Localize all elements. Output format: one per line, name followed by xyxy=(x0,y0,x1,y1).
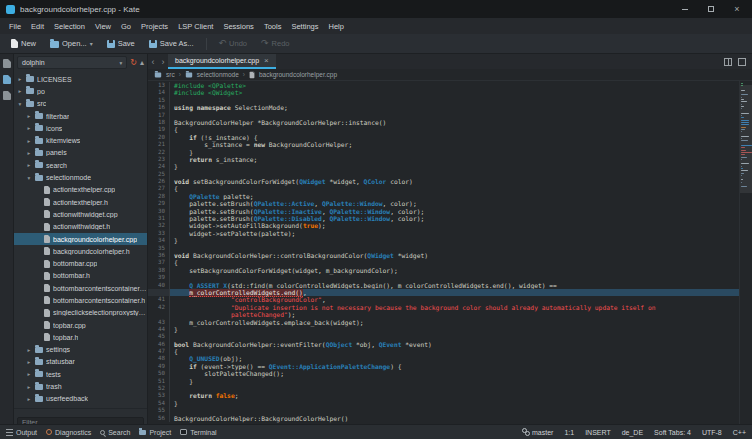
code-line[interactable]: 42 "Duplicate insertion is not necessary… xyxy=(148,304,739,311)
titlebar[interactable]: backgroundcolorhelper.cpp - Kate × xyxy=(0,0,752,18)
code-line[interactable]: 51 } xyxy=(148,378,739,385)
tree-item-tests[interactable]: ▸tests xyxy=(14,368,147,380)
code-line[interactable]: 24} xyxy=(148,163,739,170)
expand-icon[interactable]: ▸ xyxy=(26,371,32,377)
tree-item-search[interactable]: ▸search xyxy=(14,159,147,171)
expand-icon[interactable]: ▸ xyxy=(26,384,32,390)
expand-icon[interactable]: ▸ xyxy=(17,88,23,94)
code-line[interactable]: 29 palette.setBrush(QPalette::Active, QP… xyxy=(148,200,739,207)
expand-icon[interactable]: ▸ xyxy=(26,396,32,402)
tree-item-src[interactable]: ▾src xyxy=(14,98,147,110)
tree-item-userfeedback[interactable]: ▸userfeedback xyxy=(14,393,147,405)
status-utf-8[interactable]: UTF-8 xyxy=(702,429,722,436)
code-line[interactable]: 28 QPalette palette; xyxy=(148,193,739,200)
code-line[interactable]: 56BackgroundColorHelper::BackgroundColor… xyxy=(148,415,739,422)
expand-icon[interactable]: ▸ xyxy=(26,347,32,353)
breadcrumb-item-src[interactable]: src xyxy=(166,71,175,78)
tree-item-backgroundcolorhelper-cpp[interactable]: backgroundcolorhelper.cpp xyxy=(14,233,147,245)
save-button[interactable]: Save xyxy=(102,37,140,50)
documents-toolview-icon[interactable] xyxy=(3,59,11,68)
code-line[interactable]: 27{ xyxy=(148,185,739,192)
code-line[interactable]: 50 slotPaletteChanged(); xyxy=(148,370,739,377)
status-c-[interactable]: C++ xyxy=(733,429,746,436)
code-line[interactable]: 36void BackgroundColorHelper::controlBac… xyxy=(148,252,739,259)
tree-item-actiontexthelper-cpp[interactable]: actiontexthelper.cpp xyxy=(14,184,147,196)
tree-item-actionwithwidget-cpp[interactable]: actionwithwidget.cpp xyxy=(14,208,147,220)
menu-item-go[interactable]: Go xyxy=(116,20,136,33)
code-line[interactable]: 26void setBackgroundColorForWidget(QWidg… xyxy=(148,178,739,185)
documents-list-icon[interactable] xyxy=(738,58,746,66)
expand-icon[interactable]: ▸ xyxy=(26,150,32,156)
menu-item-view[interactable]: View xyxy=(90,20,116,33)
code-line[interactable]: 13#include <QPalette> xyxy=(148,82,739,89)
menu-item-selection[interactable]: Selection xyxy=(49,20,90,33)
undo-button[interactable]: ↶ Undo xyxy=(214,37,252,50)
tree-item-icons[interactable]: ▸icons xyxy=(14,122,147,134)
tree-item-actiontexthelper-h[interactable]: actiontexthelper.h xyxy=(14,196,147,208)
tree-item-bottombarcontentscontainer-cpp[interactable]: bottombarcontentscontainer.cpp xyxy=(14,282,147,294)
code-line[interactable]: 44} xyxy=(148,326,739,333)
tree-item-panels[interactable]: ▸panels xyxy=(14,147,147,159)
status-1-1[interactable]: 1:1 xyxy=(564,429,574,436)
tab-close-icon[interactable]: × xyxy=(264,56,269,65)
status-de-de[interactable]: de_DE xyxy=(622,429,643,436)
code-line[interactable]: 46bool BackgroundColorHelper::eventFilte… xyxy=(148,341,739,348)
tree-item-statusbar[interactable]: ▸statusbar xyxy=(14,356,147,368)
minimize-icon[interactable] xyxy=(680,4,690,14)
code-line[interactable]: 43 m_colorControlledWidgets.emplace_back… xyxy=(148,319,739,326)
code-line[interactable]: 41 "controlBackgroundColor", xyxy=(148,296,739,303)
code-area[interactable]: 13#include <QPalette>14#include <QWidget… xyxy=(148,81,739,424)
open-dropdown-icon[interactable]: ▾ xyxy=(90,40,93,47)
code-line[interactable]: 21 s_instance = new BackgroundColorHelpe… xyxy=(148,141,739,148)
redo-button[interactable]: ↷ Redo xyxy=(256,37,294,50)
tree-item-bottombar-cpp[interactable]: bottombar.cpp xyxy=(14,257,147,269)
menu-item-sessions[interactable]: Sessions xyxy=(218,20,258,33)
code-line[interactable]: 22 } xyxy=(148,149,739,156)
code-line[interactable]: paletteChanged"); xyxy=(148,311,739,318)
statusbar-toolview-project[interactable]: Project xyxy=(139,429,171,436)
tree-item-topbar-cpp[interactable]: topbar.cpp xyxy=(14,319,147,331)
code-line[interactable]: 53 return false; xyxy=(148,392,739,399)
tree-item-licenses[interactable]: ▸LICENSES xyxy=(14,73,147,85)
statusbar-toolview-terminal[interactable]: Terminal xyxy=(180,429,216,436)
status-insert[interactable]: INSERT xyxy=(585,429,611,436)
menu-item-edit[interactable]: Edit xyxy=(26,20,49,33)
menu-item-tools[interactable]: Tools xyxy=(259,20,287,33)
open-button[interactable]: Open... ▾ xyxy=(45,37,98,50)
code-line[interactable]: 32 widget->setAutoFillBackground(true); xyxy=(148,222,739,229)
tree-item-topbar-h[interactable]: topbar.h xyxy=(14,331,147,343)
project-selector[interactable]: dolphin ▾ xyxy=(17,56,127,69)
code-line[interactable]: 37{ xyxy=(148,259,739,266)
expand-icon[interactable]: ▸ xyxy=(26,125,32,131)
tree-item-trash[interactable]: ▸trash xyxy=(14,380,147,392)
statusbar-toolview-diagnostics[interactable]: Diagnostics xyxy=(46,429,91,436)
tree-item-po[interactable]: ▸po xyxy=(14,85,147,97)
tree-item-filterbar[interactable]: ▸filterbar xyxy=(14,110,147,122)
code-line[interactable]: 40 Q_ASSERT_X(std::find(m_colorControlle… xyxy=(148,282,739,289)
code-line[interactable]: 45 xyxy=(148,333,739,340)
save-as-button[interactable]: Save As... xyxy=(144,37,199,50)
tree-item-kitemviews[interactable]: ▸kitemviews xyxy=(14,134,147,146)
statusbar-toolview-output[interactable]: Output xyxy=(6,429,37,436)
tree-item-actionwithwidget-h[interactable]: actionwithwidget.h xyxy=(14,221,147,233)
expand-icon[interactable]: ▸ xyxy=(26,359,32,365)
menu-item-help[interactable]: Help xyxy=(324,20,349,33)
tree-item-singleclickselectionproxystyle-cpp[interactable]: singleclickselectionproxystyle.cpp xyxy=(14,307,147,319)
breadcrumb-item-backgroundcolorhelper-cpp[interactable]: backgroundcolorhelper.cpp xyxy=(259,71,337,78)
tab-prev-icon[interactable]: ‹ xyxy=(148,54,158,69)
menu-item-projects[interactable]: Projects xyxy=(136,20,173,33)
code-line[interactable]: 23 return s_instance; xyxy=(148,156,739,163)
code-line[interactable]: 18BackgroundColorHelper *BackgroundColor… xyxy=(148,119,739,126)
menu-item-settings[interactable]: Settings xyxy=(286,20,323,33)
status-soft-tabs-4[interactable]: Soft Tabs: 4 xyxy=(654,429,691,436)
code-line[interactable]: 38 setBackgroundColorForWidget(widget, m… xyxy=(148,267,739,274)
expand-icon[interactable]: ▸ xyxy=(26,113,32,119)
status-master[interactable]: master xyxy=(522,428,553,436)
code-line[interactable]: 48 Q_UNUSED(obj); xyxy=(148,355,739,362)
code-line[interactable]: 34} xyxy=(148,237,739,244)
code-line[interactable]: 30 palette.setBrush(QPalette::Inactive, … xyxy=(148,208,739,215)
expand-icon[interactable]: ▸ xyxy=(17,76,23,82)
code-line[interactable]: m_colorControlledWidgets.end(), xyxy=(148,289,739,296)
code-line[interactable]: 25 xyxy=(148,171,739,178)
code-line[interactable]: 33 widget->setPalette(palette); xyxy=(148,230,739,237)
